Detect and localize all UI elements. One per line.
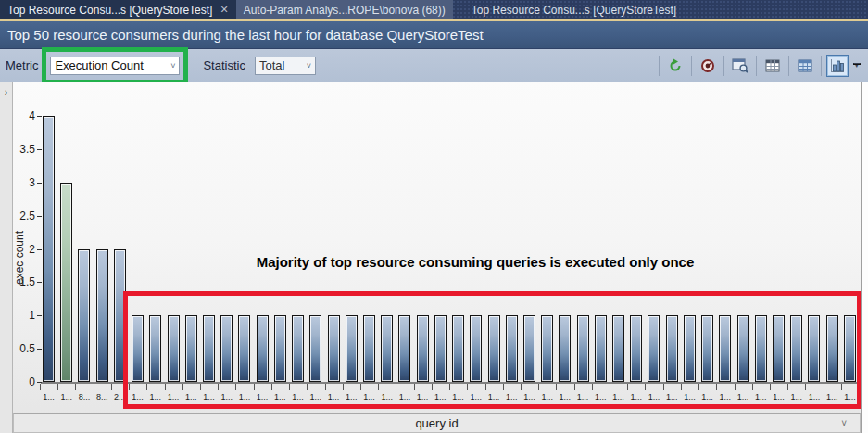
- query-bar[interactable]: [43, 116, 55, 382]
- close-icon[interactable]: ✕: [220, 4, 228, 16]
- y-tick-label: 2: [11, 243, 35, 256]
- y-tick-label: 0.5: [11, 342, 35, 355]
- grid-additional-view-button[interactable]: [794, 55, 816, 77]
- y-tick-label: 0: [11, 376, 35, 388]
- chevron-down-icon: ˅: [841, 418, 847, 428]
- view-query-icon: [732, 58, 748, 73]
- toolbar-button-group: ▾: [654, 49, 859, 82]
- query-bar[interactable]: [60, 183, 72, 382]
- y-tick: [37, 183, 42, 184]
- tab-top-resource-consumers-1[interactable]: Top Resource Consu...s [QueryStoreTest] …: [0, 0, 236, 19]
- expand-pane-chevron-icon: ›: [0, 87, 12, 97]
- metric-label: Metric: [6, 58, 38, 72]
- y-tick: [37, 116, 42, 117]
- x-axis-title: query id: [415, 416, 458, 430]
- document-tab-strip: Top Resource Consu...s [QueryStoreTest] …: [0, 0, 868, 19]
- report-toolbar: Metric Execution Count ˅ Statistic Total…: [0, 48, 868, 82]
- gauge-icon: [700, 58, 715, 73]
- y-tick: [37, 315, 42, 316]
- refresh-icon: [668, 58, 683, 73]
- grid-view-button[interactable]: [761, 55, 784, 77]
- x-tick-label: 8...: [94, 392, 111, 401]
- tab-label: Top Resource Consu...s [QueryStoreTest]: [472, 4, 676, 17]
- toolbar-separator: [691, 56, 692, 76]
- tab-top-resource-consumers-2[interactable]: Top Resource Consu...s [QueryStoreTest]: [464, 0, 684, 19]
- metric-dropdown-highlight-rect: Execution Count ˅: [42, 47, 188, 84]
- y-tick-label: 3: [11, 176, 35, 189]
- grid-dark-icon: [765, 58, 780, 73]
- toolbar-separator: [821, 56, 822, 76]
- metric-dropdown[interactable]: Execution Count ˅: [50, 57, 180, 75]
- refresh-button[interactable]: [664, 55, 686, 77]
- x-tick: [57, 384, 58, 390]
- report-title-bar: Top 50 resource consumers during the las…: [0, 21, 868, 48]
- page-title: Top 50 resource consumers during the las…: [7, 27, 484, 43]
- toolbar-overflow-bar: [853, 63, 861, 65]
- y-tick-label: 1: [11, 309, 35, 322]
- y-tick: [37, 249, 42, 250]
- toolbar-separator: [659, 56, 660, 76]
- y-tick-label: 4: [11, 109, 35, 122]
- toolbar-separator: [788, 56, 789, 76]
- y-tick: [37, 149, 42, 150]
- view-query-text-button[interactable]: [729, 55, 751, 77]
- x-tick: [75, 384, 76, 390]
- statistic-dropdown-value: Total: [259, 58, 301, 72]
- y-tick: [37, 216, 42, 217]
- toolbar-separator: [756, 56, 757, 76]
- toolbar-separator: [723, 56, 724, 76]
- x-tick: [40, 384, 41, 390]
- x-tick-label: 1...: [57, 392, 75, 401]
- y-tick-label: 2.5: [11, 210, 35, 223]
- annotation-text: Majority of top resource consuming queri…: [239, 254, 711, 270]
- grid-blue-icon: [798, 58, 812, 73]
- tab-auto-param-analysis[interactable]: Auto-Param Analys...ROPE\bonova (68)): [236, 0, 453, 19]
- query-bar[interactable]: [78, 249, 90, 383]
- tab-label: Top Resource Consu...s [QueryStoreTest]: [7, 4, 212, 17]
- queries-executed-once-highlight-rect: [123, 291, 862, 409]
- toolbar-overflow-button[interactable]: ▾: [854, 63, 859, 68]
- y-tick: [37, 382, 42, 383]
- chevron-down-icon: ˅: [170, 61, 175, 70]
- x-tick: [111, 384, 112, 390]
- statistic-label: Statistic: [203, 58, 245, 72]
- tab-label: Auto-Param Analys...ROPE\bonova (68)): [244, 4, 446, 17]
- statistic-dropdown[interactable]: Total ˅: [255, 57, 316, 75]
- query-bar[interactable]: [96, 249, 108, 383]
- chevron-down-icon: ˅: [307, 61, 311, 70]
- chart-pane: › exec count 00.511.522.533.541...1...8.…: [0, 82, 868, 433]
- chart-view-button[interactable]: [826, 55, 849, 77]
- bar-chart-icon: [830, 58, 845, 73]
- right-panel-edge: [861, 82, 868, 433]
- x-tick: [94, 384, 94, 390]
- y-tick-label: 3.5: [11, 143, 35, 156]
- y-tick: [37, 349, 42, 350]
- track-query-button[interactable]: [697, 55, 719, 77]
- metric-dropdown-value: Execution Count: [55, 58, 165, 72]
- x-axis-title-bar[interactable]: query id ˅: [13, 413, 861, 433]
- y-tick: [37, 282, 42, 283]
- y-tick-label: 1.5: [11, 275, 35, 288]
- x-tick-label: 1...: [40, 392, 57, 401]
- x-tick-label: 8...: [75, 392, 93, 401]
